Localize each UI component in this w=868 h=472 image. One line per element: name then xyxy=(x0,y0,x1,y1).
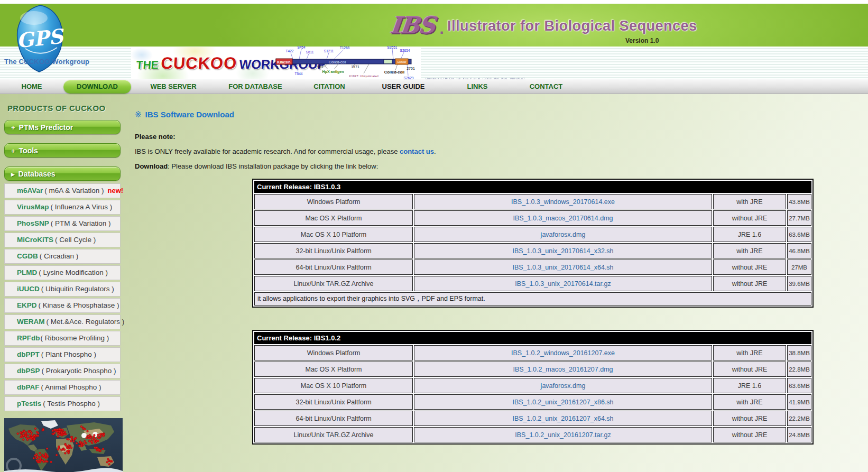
arrow-right-icon: ▸ xyxy=(11,170,15,178)
svg-text:S454: S454 xyxy=(297,45,306,49)
reference-mark-icon: ※ xyxy=(135,110,142,119)
size-cell: 24.8MB xyxy=(787,427,811,442)
db-item-plmd[interactable]: PLMD( Lysine Modification ) xyxy=(4,265,121,280)
note-text: IBS is ONLY freely available for academi… xyxy=(135,147,864,155)
file-cell: IBS_1.0.3_unix_20170614.tar.gz xyxy=(414,276,712,291)
file-cell: IBS_1.0.3_windows_20170614.exe xyxy=(414,194,712,209)
size-cell: 43.8MB xyxy=(787,194,811,209)
main-content: ※IBS Software Download Please note: IBS … xyxy=(135,110,864,445)
db-item-ptestis[interactable]: pTestis( Testis Phospho ) xyxy=(4,396,121,411)
platform-cell: 32-bit Linux/Unix Paltform xyxy=(254,243,413,258)
size-cell: 38.8MB xyxy=(787,345,811,360)
size-cell: 46.8MB xyxy=(787,243,811,258)
svg-text:S1211: S1211 xyxy=(324,49,334,53)
download-instruction: Download: Please download IBS installati… xyxy=(135,162,864,170)
svg-text:T1268: T1268 xyxy=(340,46,350,50)
nav-home[interactable]: HOME xyxy=(0,82,63,90)
sidebar-heading: PRODUCTS OF CUCKOO xyxy=(4,101,121,113)
download-file-link[interactable]: IBS_1.0.2_unix_20161207_x64.sh xyxy=(512,415,613,422)
table-footnote: it allows applications to export their g… xyxy=(254,292,811,306)
platform-cell: Mac OS X Platform xyxy=(254,362,413,377)
platform-cell: Mac OS X Platform xyxy=(254,210,413,226)
database-list: m6AVar( m6A & Variation )new! VirusMap( … xyxy=(4,183,121,411)
download-file-link[interactable]: javaforosx.dmg xyxy=(541,382,586,390)
size-cell: 63.6MB xyxy=(787,378,811,393)
download-file-link[interactable]: javaforosx.dmg xyxy=(541,231,586,238)
download-file-link[interactable]: IBS_1.0.3_unix_20170614.tar.gz xyxy=(515,280,611,288)
nav-download[interactable]: DOWNLOAD xyxy=(63,80,131,94)
header-green-band: IBS.Illustrator for Biological Sequences… xyxy=(0,4,868,47)
db-item-iuucd[interactable]: iUUCD( Ubiquitin Regulators ) xyxy=(4,282,121,297)
nav-citation[interactable]: CITATION xyxy=(295,82,364,90)
file-cell: javaforosx.dmg xyxy=(414,227,712,242)
table-row: Linux/Unix TAR.GZ Archive IBS_1.0.2_unix… xyxy=(254,427,811,442)
db-item-virusmap[interactable]: VirusMap( Influenza A Virus ) xyxy=(4,200,121,215)
size-cell: 39.6MB xyxy=(787,276,811,291)
platform-cell: Linux/Unix TAR.GZ Archive xyxy=(254,427,413,442)
table-row: Mac OS X 10 Platform javaforosx.dmg JRE … xyxy=(254,378,811,393)
download-file-link[interactable]: IBS_1.0.2_unix_20161207_x86.sh xyxy=(512,399,613,406)
platform-cell: 64-bit Linux/Unix Paltform xyxy=(254,260,413,275)
nav-for-database[interactable]: FOR DATABASE xyxy=(216,82,295,90)
sidebar-button-label: PTMs Predictor xyxy=(19,123,73,132)
nav-user-guide[interactable]: USER GUIDE xyxy=(364,82,443,90)
ibs-header: IBS.Illustrator for Biological Sequences… xyxy=(390,13,855,48)
jre-cell: with JRE xyxy=(713,394,786,410)
page-title: ※IBS Software Download xyxy=(135,110,864,119)
size-cell: 27MB xyxy=(787,260,811,275)
header-striped-band xyxy=(0,47,868,79)
download-file-link[interactable]: IBS_1.0.3_macos_20170614.dmg xyxy=(513,215,613,222)
top-white-strip xyxy=(0,0,868,4)
table-row: Windows Platform IBS_1.0.2_windows_20161… xyxy=(254,345,811,360)
svg-text:T422: T422 xyxy=(286,49,294,53)
svg-text:Coiled-coil: Coiled-coil xyxy=(329,60,346,64)
release-title: Current Release: IBS1.0.2 xyxy=(254,332,811,344)
svg-text:Kinesin: Kinesin xyxy=(277,60,290,64)
sidebar-button-tools[interactable]: +Tools xyxy=(4,143,121,158)
table-row: Mac OS X Platform IBS_1.0.3_macos_201706… xyxy=(254,210,811,226)
db-item-dbpaf[interactable]: dbPAF( Animal Phospho ) xyxy=(4,380,121,395)
plus-icon: + xyxy=(11,124,15,132)
new-badge: new! xyxy=(108,187,124,195)
table-row: 32-bit Linux/Unix Paltform IBS_1.0.2_uni… xyxy=(254,394,811,410)
nav-web-server[interactable]: WEB SERVER xyxy=(131,82,216,90)
db-item-dbppt[interactable]: dbPPT( Plant Phospho ) xyxy=(4,347,121,362)
platform-cell: Mac OS X 10 Platform xyxy=(254,227,413,242)
db-item-weram[interactable]: WERAM( Met.&Ace. Regulators ) xyxy=(4,314,121,329)
file-cell: IBS_1.0.2_windows_20161207.exe xyxy=(414,345,712,360)
db-item-m6avar[interactable]: m6AVar( m6A & Variation )new! xyxy=(4,183,121,198)
db-item-phossnp[interactable]: PhosSNP( PTM & Variation ) xyxy=(4,216,121,231)
jre-cell: JRE 1.6 xyxy=(713,378,786,393)
download-file-link[interactable]: IBS_1.0.2_macos_20161207.dmg xyxy=(513,366,613,373)
file-cell: IBS_1.0.3_unix_20170614_x64.sh xyxy=(414,260,712,275)
download-file-link[interactable]: IBS_1.0.3_unix_20170614_x32.sh xyxy=(512,247,613,255)
sidebar-button-ptms-predictor[interactable]: +PTMs Predictor xyxy=(4,120,121,134)
svg-text:S2651: S2651 xyxy=(387,45,398,49)
visitor-map[interactable] xyxy=(4,418,123,472)
download-file-link[interactable]: IBS_1.0.3_unix_20170614_x64.sh xyxy=(512,264,613,271)
size-cell: 41.9MB xyxy=(787,394,811,410)
table-row: Mac OS X Platform IBS_1.0.2_macos_201612… xyxy=(254,362,811,377)
jre-cell: with JRE xyxy=(713,194,786,209)
size-cell: 63.6MB xyxy=(787,227,811,242)
db-item-cgdb[interactable]: CGDB( Circadian ) xyxy=(4,249,121,264)
db-item-dbpsp[interactable]: dbPSP( Prokaryotic Phospho ) xyxy=(4,364,121,378)
db-item-ekpd[interactable]: EKPD( Kinase & Phosphatase ) xyxy=(4,298,121,313)
file-cell: javaforosx.dmg xyxy=(414,378,712,393)
db-item-rpfdb[interactable]: RPFdb( Ribosome Profiling ) xyxy=(4,331,121,346)
download-file-link[interactable]: IBS_1.0.2_windows_20161207.exe xyxy=(511,349,615,357)
db-item-microkits[interactable]: MiCroKiTS( Cell Cycle ) xyxy=(4,233,121,247)
sidebar-button-databases[interactable]: ▸Databases xyxy=(4,166,121,181)
jre-cell: without JRE xyxy=(713,362,786,377)
download-file-link[interactable]: IBS_1.0.2_unix_20161207.tar.gz xyxy=(515,431,611,439)
size-cell: 22.8MB xyxy=(787,362,811,377)
table-row: Mac OS X 10 Platform javaforosx.dmg JRE … xyxy=(254,227,811,242)
nav-links[interactable]: LINKS xyxy=(443,82,512,90)
nav-contact[interactable]: CONTACT xyxy=(512,82,580,90)
sidebar-button-label: Databases xyxy=(19,170,56,178)
download-file-link[interactable]: IBS_1.0.3_windows_20170614.exe xyxy=(511,198,615,206)
svg-text:S2654: S2654 xyxy=(400,49,410,52)
contact-us-link[interactable]: contact us xyxy=(400,147,434,155)
platform-cell: 32-bit Linux/Unix Paltform xyxy=(254,394,413,410)
table-row: 64-bit Linux/Unix Paltform IBS_1.0.3_uni… xyxy=(254,260,811,275)
